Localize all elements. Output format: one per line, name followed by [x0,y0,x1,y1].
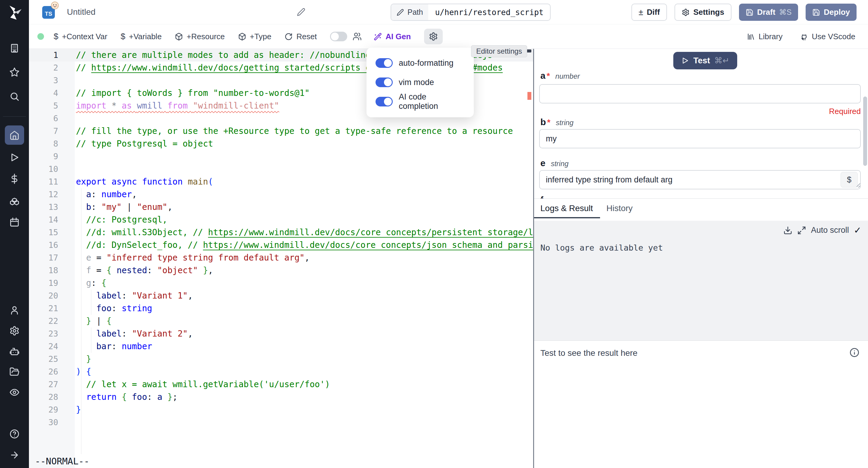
code-line-content: //d: DynSelect_foo, // https://www.windm… [58,239,533,252]
code-line[interactable]: 17 e = "inferred type string from defaul… [29,252,533,264]
tab-history[interactable]: History [607,204,632,213]
code-line[interactable]: 19 g: { [29,277,533,290]
path-input[interactable]: Path u/henri/restored_script [391,4,551,21]
indent-guide [81,188,82,454]
code-line[interactable]: 11export async function main( [29,175,533,188]
package-icon [238,33,246,41]
code-line[interactable]: 16 //d: DynSelect_foo, // https://www.wi… [29,239,533,252]
code-line-content: ) { [58,365,91,378]
code-line[interactable]: 7// fill the type, or use the +Resource … [29,125,533,138]
help-circle-icon [9,429,20,439]
add-variable-button[interactable]: $ +Variable [121,32,161,41]
sidebar-item-users[interactable] [5,301,24,320]
download-icon[interactable] [783,226,792,235]
code-line[interactable]: 12 a: number, [29,188,533,201]
code-line[interactable]: 15 //d: wmill.S3Object, // https://www.w… [29,226,533,239]
line-number: 1 [29,49,58,61]
sidebar-item-resources[interactable] [5,191,24,210]
line-number: 21 [29,302,58,315]
editor-settings-button[interactable] [424,29,443,44]
code-line[interactable]: 29} [29,404,533,416]
sidebar-item-favorites[interactable] [5,62,24,82]
code-line[interactable]: 28 return { foo: a }; [29,391,533,404]
check-icon[interactable]: ✓ [854,225,861,235]
sidebar-expand-button[interactable] [5,445,24,465]
diff-button[interactable]: ± Diff [631,4,667,21]
code-line[interactable]: 26) { [29,365,533,378]
expand-icon[interactable] [797,226,806,235]
editor-settings-dropdown: auto-formatting vim mode AI code complet… [367,48,474,117]
code-line[interactable]: 18 f = { nested: "object" }, [29,264,533,277]
sidebar-item-schedules[interactable] [5,213,24,232]
code-line[interactable]: 9 [29,150,533,163]
sidebar-item-audit-logs[interactable] [5,383,24,402]
code-line-content [58,416,76,429]
sidebar-item-workers[interactable] [5,342,24,361]
add-context-var-button[interactable]: $ +Context Var [54,32,107,41]
line-number: 16 [29,239,58,252]
robot-icon [9,346,20,356]
field-input-a[interactable] [539,84,861,104]
line-number: 20 [29,290,58,302]
code-line-content: a: number, [58,188,137,201]
script-emoji-icon [51,1,59,10]
line-number: 18 [29,264,58,277]
add-resource-button[interactable]: +Resource [175,32,224,41]
sidebar-item-variables[interactable] [5,169,24,188]
result-placeholder: Test to see the result here [540,348,638,358]
sidebar-item-runs[interactable] [5,148,24,167]
add-type-button[interactable]: +Type [238,32,272,41]
sidebar-item-help[interactable] [5,424,24,444]
windmill-logo-icon[interactable] [6,4,23,21]
logs-body: Auto scroll ✓ No logs are available yet [534,221,868,341]
code-line[interactable]: 22 } | { [29,315,533,327]
test-button[interactable]: Test ⌘↵ [673,52,737,69]
field-label-e: e string [540,158,568,168]
sidebar-item-workspace[interactable] [5,38,24,58]
textarea-resize-handle[interactable] [855,183,860,187]
code-line[interactable]: 20 label: "Variant 1", [29,290,533,302]
draft-button[interactable]: Draft ⌘S [739,4,798,21]
path-value[interactable]: u/henri/restored_script [428,4,550,20]
sidebar-item-home[interactable] [5,125,24,145]
code-line[interactable]: 25 } [29,353,533,365]
line-number: 12 [29,188,58,201]
ai-gen-button[interactable]: AI Gen [374,32,411,41]
deploy-button[interactable]: Deploy [806,4,857,21]
dollar-icon: $ [54,32,59,41]
panel-scrollbar-thumb[interactable] [863,96,867,166]
code-line[interactable]: 27 // let x = await wmill.getVariable('u… [29,378,533,391]
play-icon [9,152,20,163]
code-line[interactable]: 14 //c: Postgresql, [29,213,533,226]
multiplayer-toggle[interactable] [330,32,347,41]
code-line[interactable]: 10 [29,163,533,175]
info-icon[interactable] [849,347,860,358]
code-line[interactable]: 24 bar: number [29,340,533,353]
field-input-e[interactable]: inferred type string from default arg [539,170,861,189]
use-vscode-button[interactable]: Use VScode [800,32,855,41]
sidebar-item-settings[interactable] [5,321,24,341]
library-button[interactable]: Library [747,32,782,41]
ai-code-completion-toggle[interactable] [375,97,393,107]
field-input-b[interactable]: my [539,129,861,148]
edit-summary-pencil-icon[interactable] [297,8,305,16]
code-line[interactable]: 21 foo: string [29,302,533,315]
settings-button[interactable]: Settings [675,4,732,21]
code-line[interactable]: 23 label: "Variant 2", [29,327,533,340]
code-line[interactable]: 30 [29,416,533,429]
code-line-content: // let x = await wmill.getVariable('u/us… [58,378,330,391]
sidebar-item-folders[interactable] [5,362,24,381]
code-line[interactable]: 13 b: "my" | "enum", [29,201,533,213]
code-line-content: b: "my" | "enum", [58,201,173,213]
vim-mode-toggle[interactable] [375,78,393,87]
code-line-content: export async function main( [58,175,213,188]
auto-formatting-toggle[interactable] [375,58,393,68]
reset-button[interactable]: Reset [284,32,317,41]
autoscroll-label[interactable]: Auto scroll [811,226,849,235]
sidebar-item-search[interactable] [5,87,24,106]
line-number: 9 [29,150,58,163]
star-icon [9,67,20,77]
tab-logs-result[interactable]: Logs & Result [540,204,593,213]
line-number: 7 [29,125,58,138]
code-line[interactable]: 8// type Postgresql = object [29,138,533,150]
